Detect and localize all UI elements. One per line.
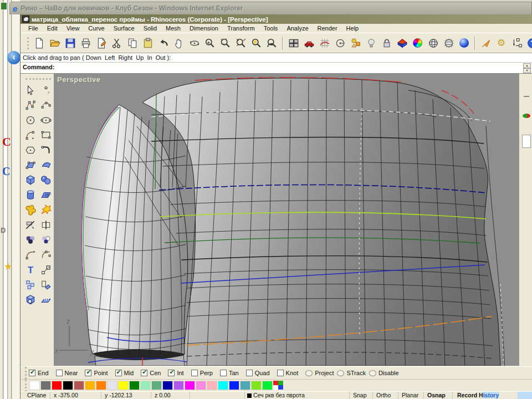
rotate-view-button[interactable] <box>187 36 202 50</box>
scroll-up-icon[interactable]: ▲ <box>523 63 531 68</box>
checkbox-quad[interactable] <box>246 370 253 376</box>
options-gears-button[interactable]: ⚙ <box>494 36 509 50</box>
hatch-button[interactable] <box>39 293 53 306</box>
color-swatch-18[interactable] <box>229 381 239 390</box>
color-swatch-11[interactable] <box>151 381 162 390</box>
menu-file[interactable]: File <box>24 25 43 32</box>
color-swatch-20[interactable] <box>251 381 262 390</box>
solid-box-button[interactable] <box>23 293 37 306</box>
boolean-puzzle-button[interactable] <box>23 203 37 217</box>
checkbox-end[interactable] <box>29 370 35 376</box>
menu-view[interactable]: View <box>62 25 84 32</box>
polyline-button[interactable] <box>23 98 37 112</box>
cut-button[interactable] <box>109 36 124 50</box>
corner-curve-button[interactable] <box>39 143 53 157</box>
command-scroll-buttons[interactable]: ▲ ▼ <box>523 63 531 73</box>
menu-edit[interactable]: Edit <box>43 25 62 32</box>
print-button[interactable] <box>78 36 93 50</box>
color-swatch-2[interactable] <box>52 381 62 390</box>
color-picker-swatch[interactable] <box>273 381 284 390</box>
color-swatch-10[interactable] <box>140 381 151 390</box>
lights-button[interactable] <box>364 36 378 50</box>
zoom-window-button[interactable] <box>218 36 233 50</box>
color-swatch-9[interactable] <box>129 381 140 390</box>
osnap-near[interactable]: Near <box>56 370 78 376</box>
checkbox-tan[interactable] <box>220 370 227 376</box>
panel-sphere-icon[interactable] <box>523 114 530 118</box>
palette-grip[interactable] <box>25 380 27 392</box>
trim-button[interactable] <box>23 218 37 232</box>
render-button[interactable] <box>457 36 472 50</box>
menu-curve[interactable]: Curve <box>84 25 109 32</box>
toolbar-grip[interactable] <box>27 37 29 49</box>
menu-mesh[interactable]: Mesh <box>161 25 185 32</box>
explode-button[interactable] <box>39 203 53 217</box>
array-copy-button[interactable] <box>39 278 53 291</box>
lock-button[interactable] <box>379 36 394 50</box>
zoom-selected-button[interactable] <box>249 36 264 50</box>
ellipse-button[interactable] <box>39 113 53 127</box>
interpolate-curve-button[interactable] <box>39 98 53 112</box>
color-swatch-21[interactable] <box>262 381 273 390</box>
pull-cone-button[interactable] <box>478 36 493 50</box>
color-swatch-12[interactable] <box>162 381 173 390</box>
color-swatch-19[interactable] <box>240 381 250 390</box>
zoom-extents-button[interactable] <box>233 36 248 50</box>
open-file-button[interactable] <box>47 36 62 50</box>
menu-transform[interactable]: Transform <box>223 25 259 32</box>
undo-view-button[interactable] <box>264 36 279 50</box>
osnap-quad[interactable]: Quad <box>246 370 270 376</box>
surface-3pt-button[interactable] <box>23 158 37 172</box>
circle-center-button[interactable] <box>23 113 37 127</box>
export-notes-button[interactable] <box>94 36 109 50</box>
color-swatch-6[interactable] <box>96 381 106 390</box>
block-button[interactable] <box>23 278 37 291</box>
set-cplane-button[interactable] <box>332 36 347 50</box>
radio-disable[interactable] <box>369 370 376 376</box>
color-swatch-7[interactable] <box>107 381 117 390</box>
osnap-mid[interactable]: Mid <box>115 370 134 376</box>
color-swatch-3[interactable] <box>63 381 73 390</box>
select-arrow-button[interactable] <box>23 83 37 97</box>
osnap-int[interactable]: Int <box>168 370 183 376</box>
layers-button[interactable] <box>348 36 363 50</box>
osnap-point[interactable]: Point <box>85 370 108 376</box>
rectangle-button[interactable] <box>39 128 53 142</box>
checkbox-point[interactable] <box>85 370 91 376</box>
checkbox-knot[interactable] <box>277 370 284 376</box>
text-button[interactable]: T <box>23 263 37 277</box>
checkbox-near[interactable] <box>56 370 63 376</box>
color-swatch-5[interactable] <box>85 381 95 390</box>
checkbox-int[interactable] <box>168 370 175 376</box>
fillet-handle-button[interactable] <box>39 248 53 262</box>
color-swatch-13[interactable] <box>173 381 184 390</box>
color-swatch-14[interactable] <box>185 381 195 390</box>
statusbar-osnap[interactable]: Osnap <box>425 392 453 399</box>
viewport-perspective[interactable]: z x y Perspective <box>54 74 519 366</box>
scale-button[interactable] <box>39 263 53 277</box>
color-swatch-17[interactable] <box>218 381 228 390</box>
color-swatch-16[interactable] <box>207 381 217 390</box>
rhino-titlebar[interactable]: матрица_облипка_перенос проймы - Rhinoce… <box>21 14 532 24</box>
osnap-knot[interactable]: Knot <box>277 370 299 376</box>
osnap-perp[interactable]: Perp <box>191 370 213 376</box>
fillet-curve-button[interactable] <box>23 248 37 262</box>
surface-bend-button[interactable] <box>39 158 53 172</box>
save-button[interactable] <box>63 36 78 50</box>
ie-back-button[interactable]: ‹ <box>7 51 21 64</box>
blend-light-button[interactable] <box>39 233 53 247</box>
spheres-button[interactable] <box>39 173 53 187</box>
statusbar-planar[interactable]: Planar <box>400 392 424 399</box>
surface-patch-button[interactable] <box>39 188 53 202</box>
wireframe-display-button[interactable] <box>426 36 441 50</box>
statusbar-layer[interactable]: Сеч ркв без пврота <box>244 392 350 399</box>
osnap-grip[interactable] <box>25 367 27 379</box>
menu-dimension[interactable]: Dimension <box>185 25 223 32</box>
color-wheel-button[interactable] <box>410 36 425 50</box>
set-view-button[interactable] <box>317 36 332 50</box>
menu-surface[interactable]: Surface <box>109 25 139 32</box>
menu-help[interactable]: Help <box>342 25 364 32</box>
render-preview-button[interactable] <box>395 36 410 50</box>
copy-button[interactable] <box>125 36 140 50</box>
osnap-project[interactable]: Project <box>305 370 334 376</box>
